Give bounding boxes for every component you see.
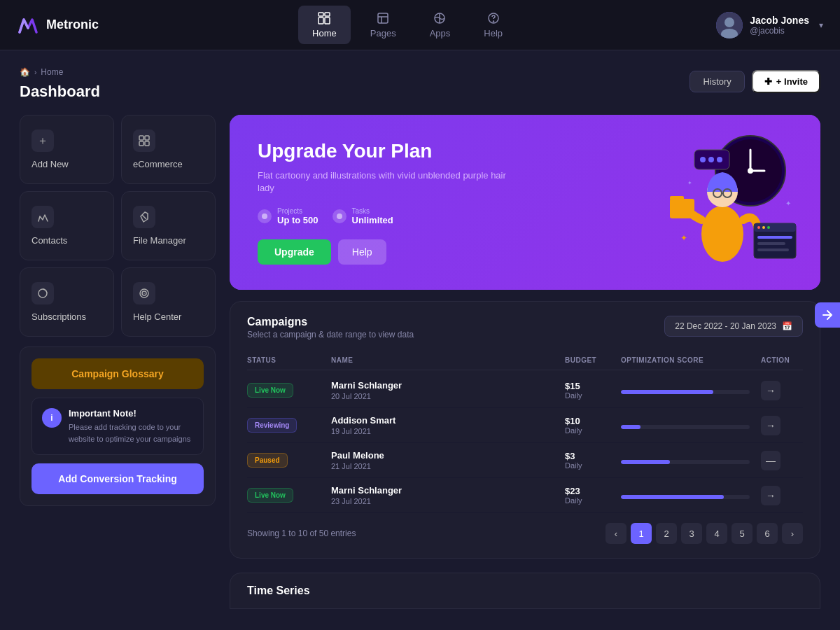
pagination-page-6[interactable]: 6 (757, 523, 778, 544)
home-icon (317, 11, 331, 25)
nav-item-pages[interactable]: Pages (356, 6, 410, 44)
quick-card-subscriptions[interactable]: Subscriptions (20, 267, 114, 337)
col-optimization: OPTIMIZATION SCORE (621, 356, 761, 364)
avatar-image (716, 12, 743, 38)
history-button[interactable]: History (690, 71, 744, 92)
quick-card-help-center[interactable]: Help Center (121, 267, 216, 337)
promo-stat-projects: Projects Up to 500 (258, 207, 318, 225)
col-status: STATUS (247, 356, 331, 364)
upgrade-button[interactable]: Upgrade (258, 239, 331, 265)
nav-item-home[interactable]: Home (298, 6, 351, 44)
pages-icon (376, 11, 390, 25)
tasks-dot-icon (332, 209, 346, 223)
main-content: 🏠 › Home Dashboard History ✚ + Invite ＋ … (0, 50, 840, 630)
promo-subtitle: Flat cartoony and illustrations with viv… (258, 169, 524, 195)
optimization-progress-bar (621, 390, 750, 394)
campaign-glossary-button[interactable]: Campaign Glossary (31, 358, 204, 389)
date-range-button[interactable]: 22 Dec 2022 - 20 Jan 2023 📅 (664, 316, 803, 337)
pagination-page-1[interactable]: 1 (631, 523, 652, 544)
optimization-progress-fill (621, 460, 670, 464)
campaign-name: Marni Schlanger (331, 380, 565, 391)
pagination-next[interactable]: › (782, 523, 803, 544)
add-conversion-button[interactable]: Add Conversion Tracking (31, 463, 204, 494)
row-action-button[interactable]: — (761, 451, 780, 470)
table-row: Reviewing Addison Smart 19 Jul 2021 $10 … (247, 408, 803, 443)
row-optimization-cell (621, 422, 761, 429)
quick-card-contacts[interactable]: Contacts (20, 191, 114, 260)
user-menu[interactable]: Jacob Jones @jacobis ▾ (716, 12, 823, 38)
svg-point-43 (757, 226, 760, 229)
svg-rect-0 (318, 13, 323, 16)
campaigns-subtitle: Select a campaign & date range to view d… (247, 330, 414, 340)
nav-help-label: Help (484, 28, 503, 38)
user-chevron-icon: ▾ (819, 20, 823, 30)
help-button[interactable]: Help (338, 239, 386, 265)
row-name-cell: Addison Smart 19 Jul 2021 (331, 415, 565, 435)
note-title: Important Note! (69, 408, 193, 419)
pagination-page-3[interactable]: 3 (681, 523, 702, 544)
quick-card-add-new-label: Add New (31, 159, 102, 169)
campaign-name: Marni Schlanger (331, 485, 565, 496)
logo[interactable]: Metronic (17, 14, 99, 36)
campaigns-table-header: STATUS NAME BUDGET OPTIMIZATION SCORE AC… (247, 351, 803, 370)
svg-rect-48 (757, 248, 789, 251)
optimization-progress-fill (621, 425, 640, 429)
campaign-date: 20 Jul 2021 (331, 392, 565, 400)
row-action-cell: → (761, 381, 803, 400)
user-handle: @jacobis (750, 26, 809, 36)
pagination-page-2[interactable]: 2 (656, 523, 677, 544)
status-badge: Live Now (247, 383, 293, 398)
nav-item-apps[interactable]: Apps (416, 6, 465, 44)
row-budget-cell: $10 Daily (565, 416, 621, 435)
pagination-prev[interactable]: ‹ (606, 523, 626, 544)
home-icon-breadcrumb: 🏠 (20, 67, 30, 77)
svg-rect-17 (145, 141, 149, 146)
svg-point-10 (493, 21, 493, 22)
status-badge: Paused (247, 453, 288, 468)
breadcrumb-current: Home (41, 67, 63, 77)
pagination-page-4[interactable]: 4 (706, 523, 727, 544)
pagination-controls: ‹ 1 2 3 4 5 6 › (606, 523, 803, 544)
pagination-page-5[interactable]: 5 (732, 523, 752, 544)
right-panel: Upgrade Your Plan Flat cartoony and illu… (230, 115, 820, 609)
row-action-button[interactable]: → (761, 416, 780, 435)
row-budget-cell: $15 Daily (565, 381, 621, 400)
quick-card-file-manager[interactable]: File Manager (121, 191, 216, 260)
svg-rect-14 (139, 136, 144, 140)
quick-card-ecommerce[interactable]: eCommerce (121, 115, 216, 184)
campaigns-title-group: Campaigns Select a campaign & date range… (247, 316, 414, 340)
note-content: Important Note! Please add tracking code… (69, 408, 193, 444)
row-action-button[interactable]: → (761, 486, 780, 505)
contacts-icon (31, 206, 54, 228)
svg-rect-1 (325, 13, 330, 16)
svg-point-34 (701, 206, 743, 262)
budget-period: Daily (565, 391, 621, 400)
budget-amount: $10 (565, 416, 621, 426)
svg-point-12 (724, 18, 734, 27)
budget-period: Daily (565, 461, 621, 470)
quick-card-add-new[interactable]: ＋ Add New (20, 115, 114, 184)
lower-widget: Campaign Glossary i Important Note! Plea… (20, 346, 216, 506)
svg-rect-46 (757, 236, 792, 239)
quick-access-grid: ＋ Add New eCommerce (20, 115, 216, 337)
invite-button[interactable]: ✚ + Invite (752, 70, 820, 93)
promo-stats: Projects Up to 500 Tasks Unli (258, 207, 524, 225)
promo-title: Upgrade Your Plan (258, 140, 524, 162)
logo-text: Metronic (46, 18, 99, 32)
row-action-button[interactable]: → (761, 381, 780, 400)
svg-rect-15 (145, 136, 149, 140)
col-budget: BUDGET (565, 356, 621, 364)
row-name-cell: Paul Melone 21 Jul 2021 (331, 450, 565, 470)
row-budget-cell: $3 Daily (565, 451, 621, 470)
projects-info: Projects Up to 500 (277, 207, 318, 225)
quick-card-contacts-label: Contacts (31, 235, 102, 246)
svg-point-32 (708, 157, 714, 162)
svg-rect-39 (670, 199, 694, 218)
svg-point-33 (717, 157, 722, 162)
floating-action-button[interactable] (815, 302, 840, 328)
nav-item-help[interactable]: Help (470, 6, 517, 44)
subscriptions-icon (31, 282, 54, 304)
user-avatar (716, 12, 743, 38)
promo-stat-tasks: Tasks Unlimited (332, 207, 393, 225)
ecommerce-icon (133, 130, 155, 152)
